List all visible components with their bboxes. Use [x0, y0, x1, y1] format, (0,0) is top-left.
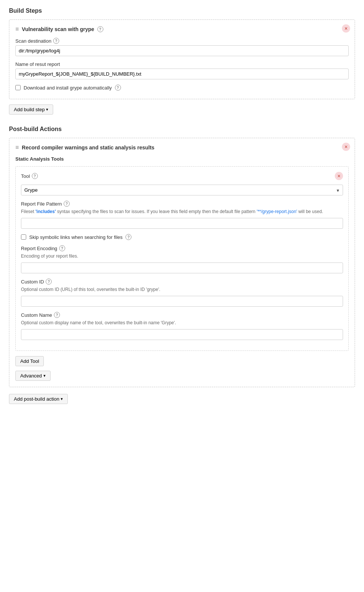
build-step-header: ≡ Vulnerability scan with grype ? — [15, 26, 349, 33]
tool-help-icon[interactable]: ? — [32, 173, 38, 179]
scan-destination-help-icon[interactable]: ? — [53, 38, 59, 44]
post-build-close-button[interactable]: × — [342, 143, 350, 151]
add-build-step-button[interactable]: Add build step ▾ — [9, 104, 53, 115]
advanced-button[interactable]: Advanced ▾ — [15, 371, 51, 381]
skip-symbolic-links-help-icon[interactable]: ? — [125, 234, 131, 240]
add-post-build-button[interactable]: Add post-build action ▾ — [9, 394, 68, 404]
fileset-prefix: Fileset — [21, 209, 36, 214]
advanced-container: Advanced ▾ — [15, 366, 349, 381]
custom-id-desc: Optional custom ID (URL) of this tool, o… — [21, 286, 343, 293]
post-build-drag-icon[interactable]: ≡ — [15, 144, 19, 151]
fileset-suffix: will be used. — [297, 209, 323, 214]
scan-destination-field: Scan destination ? — [15, 38, 349, 56]
download-grype-checkbox[interactable] — [15, 85, 21, 90]
post-build-actions-section: Post-build Actions ≡ Record compiler war… — [9, 126, 355, 404]
tool-select[interactable]: Grype — [21, 185, 343, 195]
add-build-step-chevron: ▾ — [46, 107, 48, 112]
custom-id-label: Custom ID ? — [21, 279, 343, 285]
custom-name-help-icon[interactable]: ? — [54, 312, 60, 318]
tool-select-wrapper: Grype — [21, 185, 343, 195]
post-build-header: ≡ Record compiler warnings and static an… — [15, 144, 349, 151]
add-post-build-container: Add post-build action ▾ — [9, 387, 355, 404]
add-tool-label: Add Tool — [20, 358, 39, 364]
tool-close-button[interactable]: × — [335, 172, 343, 180]
skip-symbolic-links-row: Skip symbolic links when searching for f… — [21, 234, 343, 240]
scan-destination-label: Scan destination ? — [15, 38, 349, 44]
report-file-pattern-field: Report File Pattern ? Fileset 'includes'… — [21, 201, 343, 229]
report-name-input[interactable] — [15, 69, 349, 79]
fileset-mid: syntax specifying the files to scan for … — [56, 209, 257, 214]
report-file-pattern-help-icon[interactable]: ? — [64, 201, 70, 207]
add-tool-button[interactable]: Add Tool — [15, 356, 44, 366]
download-grype-help-icon[interactable]: ? — [115, 85, 121, 91]
tool-label: Tool — [21, 173, 30, 179]
post-build-card: ≡ Record compiler warnings and static an… — [9, 138, 355, 387]
custom-name-label: Custom Name ? — [21, 312, 343, 318]
custom-name-field: Custom Name ? Optional custom display na… — [21, 312, 343, 340]
build-step-title-help-icon[interactable]: ? — [97, 26, 103, 32]
add-post-build-chevron: ▾ — [61, 397, 63, 401]
fileset-default: '**/grype-report.json' — [257, 209, 297, 214]
fileset-highlight: 'includes' — [36, 209, 56, 214]
static-analysis-label: Static Analysis Tools — [15, 156, 349, 162]
build-step-close-button[interactable]: × — [342, 24, 350, 33]
scan-destination-input[interactable] — [15, 45, 349, 56]
download-grype-label: Download and install grype automatically — [24, 85, 112, 91]
post-build-card-title: Record compiler warnings and static anal… — [22, 145, 154, 151]
add-post-build-label: Add post-build action — [14, 396, 59, 402]
custom-id-field: Custom ID ? Optional custom ID (URL) of … — [21, 279, 343, 307]
report-encoding-label: Report Encoding ? — [21, 245, 343, 251]
report-file-pattern-desc: Fileset 'includes' syntax specifying the… — [21, 208, 343, 215]
build-steps-section: Build Steps ≡ Vulnerability scan with gr… — [9, 7, 355, 115]
custom-name-input[interactable] — [21, 329, 343, 340]
report-encoding-field: Report Encoding ? Encoding of your repor… — [21, 245, 343, 273]
report-name-label: Name of resut report — [15, 61, 349, 67]
build-steps-title: Build Steps — [9, 7, 355, 14]
add-tool-container: Add Tool — [15, 356, 349, 366]
skip-symbolic-links-label: Skip symbolic links when searching for f… — [29, 234, 122, 240]
add-build-step-container: Add build step ▾ — [9, 104, 355, 115]
report-encoding-input[interactable] — [21, 262, 343, 273]
report-encoding-desc: Encoding of your report files. — [21, 253, 343, 259]
drag-handle-icon[interactable]: ≡ — [15, 26, 19, 33]
post-build-actions-title: Post-build Actions — [9, 126, 355, 133]
build-step-card: ≡ Vulnerability scan with grype ? × Scan… — [9, 19, 355, 99]
report-encoding-help-icon[interactable]: ? — [59, 245, 65, 251]
skip-symbolic-links-checkbox[interactable] — [21, 234, 26, 240]
report-name-field: Name of resut report — [15, 61, 349, 79]
custom-id-input[interactable] — [21, 296, 343, 307]
add-build-step-label: Add build step — [14, 107, 45, 112]
report-file-pattern-input[interactable] — [21, 218, 343, 229]
custom-name-desc: Optional custom display name of the tool… — [21, 319, 343, 326]
advanced-chevron: ▾ — [43, 373, 46, 378]
report-file-pattern-label: Report File Pattern ? — [21, 201, 343, 207]
build-step-card-title: Vulnerability scan with grype — [22, 26, 94, 32]
advanced-label: Advanced — [20, 373, 42, 379]
custom-id-help-icon[interactable]: ? — [46, 279, 52, 285]
download-grype-row: Download and install grype automatically… — [15, 85, 349, 91]
tool-box: Tool ? × Grype Report File Pattern ? Fil… — [15, 166, 349, 351]
